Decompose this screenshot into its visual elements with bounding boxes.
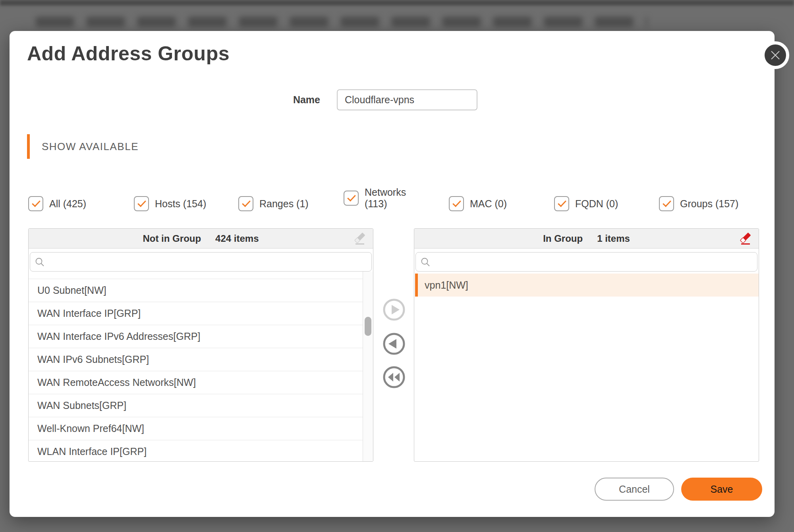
search-icon	[35, 257, 45, 268]
filter-groups: Groups (157)	[659, 196, 738, 211]
close-button[interactable]	[761, 41, 789, 69]
checkbox-all[interactable]	[28, 196, 43, 211]
eraser-icon	[353, 232, 367, 246]
list-item[interactable]: WLAN Interface IP[GRP]	[29, 440, 363, 462]
list-item[interactable]: WAN Interface IPv6 Addresses[GRP]	[29, 325, 363, 348]
checkmark-icon	[452, 198, 461, 207]
eraser-icon-red	[739, 232, 752, 246]
move-all-left-button[interactable]	[383, 366, 406, 389]
list-item[interactable]: WAN Subnets[GRP]	[29, 394, 363, 417]
background-page-blur-strip	[0, 0, 794, 6]
background-page-blur-content	[36, 17, 647, 27]
checkbox-ranges[interactable]	[238, 196, 253, 211]
panel-title: In Group	[543, 233, 583, 244]
filter-label: Networks (113)	[365, 187, 412, 210]
search-input[interactable]	[48, 253, 366, 270]
search-icon	[421, 257, 431, 268]
checkmark-icon	[663, 198, 671, 207]
scrollbar-track	[363, 272, 373, 462]
in-group-searchbox	[415, 252, 757, 272]
name-label: Name	[261, 89, 320, 110]
filter-ranges: Ranges (1)	[238, 196, 309, 211]
filter-all: All (425)	[28, 196, 86, 211]
filter-label: Ranges (1)	[259, 198, 309, 210]
filter-fqdn: FQDN (0)	[554, 196, 618, 211]
selected-list-item[interactable]: vpn1[NW]	[415, 274, 759, 297]
arrow-right-icon	[383, 298, 406, 321]
list-item[interactable]: Well-Known Pref64[NW]	[29, 417, 363, 440]
filter-label: All (425)	[49, 198, 86, 210]
panel-item-count: 1 items	[597, 233, 630, 244]
move-right-button[interactable]	[383, 298, 406, 321]
filter-hosts: Hosts (154)	[134, 196, 206, 211]
in-group-header: In Group 1 items	[414, 229, 759, 249]
filter-label: Groups (157)	[680, 198, 738, 210]
filter-label: MAC (0)	[470, 198, 507, 210]
not-in-group-header: Not in Group 424 items	[29, 229, 373, 249]
checkbox-hosts[interactable]	[134, 196, 149, 211]
search-input[interactable]	[434, 253, 752, 270]
checkmark-icon	[32, 198, 41, 207]
filter-label: FQDN (0)	[575, 198, 618, 210]
panel-title: Not in Group	[143, 233, 201, 244]
filter-label: Hosts (154)	[155, 198, 206, 210]
save-button[interactable]: Save	[681, 478, 762, 501]
filter-mac: MAC (0)	[449, 196, 507, 211]
clear-group-button[interactable]	[739, 232, 752, 246]
filter-networks: Networks (113)	[344, 187, 412, 210]
selected-accent-bar	[415, 274, 418, 297]
list-item-partial	[29, 272, 363, 279]
double-arrow-left-icon	[383, 366, 406, 389]
page-title: Add Address Groups	[27, 40, 230, 67]
close-icon	[765, 44, 786, 66]
list-item[interactable]: WAN IPv6 Subnets[GRP]	[29, 348, 363, 371]
not-in-group-panel: Not in Group 424 items U0 Subnet[NW] WAN…	[28, 228, 373, 462]
checkmark-icon	[137, 198, 146, 207]
in-group-panel: In Group 1 items vpn1[NW]	[414, 228, 759, 462]
checkbox-mac[interactable]	[449, 196, 464, 211]
not-in-group-searchbox	[30, 252, 372, 272]
list-item[interactable]: WAN Interface IP[GRP]	[29, 302, 363, 325]
cancel-button[interactable]: Cancel	[595, 478, 674, 501]
scrollbar-thumb[interactable]	[365, 317, 371, 336]
checkmark-icon	[347, 193, 356, 201]
add-address-groups-dialog: Add Address Groups Name SHOW AVAILABLE A…	[10, 31, 775, 517]
not-in-group-list: U0 Subnet[NW] WAN Interface IP[GRP] WAN …	[29, 272, 363, 462]
checkbox-groups[interactable]	[659, 196, 674, 211]
name-input[interactable]	[337, 89, 477, 110]
checkbox-fqdn[interactable]	[554, 196, 569, 211]
arrow-left-icon	[383, 332, 406, 355]
checkmark-icon	[242, 198, 251, 207]
panel-item-count: 424 items	[215, 233, 259, 244]
clear-selection-button[interactable]	[353, 232, 367, 246]
checkmark-icon	[558, 198, 566, 207]
move-left-button[interactable]	[383, 332, 406, 355]
section-title: SHOW AVAILABLE	[42, 134, 139, 159]
list-item[interactable]: U0 Subnet[NW]	[29, 279, 363, 302]
list-item-label: vpn1[NW]	[425, 274, 468, 297]
section-accent-bar	[27, 134, 30, 159]
checkbox-networks[interactable]	[344, 191, 359, 206]
list-item[interactable]: WAN RemoteAccess Networks[NW]	[29, 371, 363, 394]
